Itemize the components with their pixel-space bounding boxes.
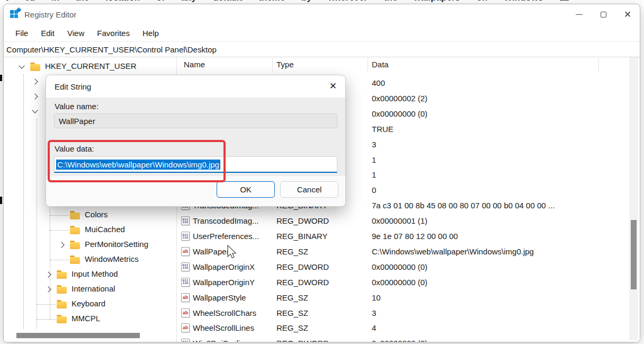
column-separator[interactable] <box>368 58 368 72</box>
folder-icon <box>57 302 67 308</box>
folder-icon <box>70 242 80 249</box>
ok-button[interactable]: OK <box>217 181 275 198</box>
tree-connector <box>37 304 56 305</box>
value-data-cell: 4 <box>372 320 376 336</box>
value-data-cell: C:\Windows\web\wallpaper\Windows\img0.jp… <box>372 244 534 259</box>
folder-icon <box>57 272 67 279</box>
address-bar[interactable]: Computer\HKEY_CURRENT_USER\Control Panel… <box>4 41 640 57</box>
close-button[interactable]: ✕ <box>615 4 640 24</box>
value-data-cell: 0x00000002 (2) <box>372 91 427 106</box>
menu-file[interactable]: File <box>9 27 34 40</box>
value-name-cell: Win8DpiScaling <box>193 336 249 342</box>
registry-editor-window: Registry Editor ✕ File Edit View Favorit… <box>3 4 640 342</box>
menu-edit[interactable]: Edit <box>34 27 61 40</box>
reg-binary-icon: 011110 <box>181 232 190 241</box>
value-row-win8dpiscaling[interactable]: 011110Win8DpiScalingREG_DWORD0x00000000 … <box>177 336 629 342</box>
dialog-title-bar[interactable]: Edit String ✕ <box>46 75 345 98</box>
reg-binary-icon: 011110 <box>181 216 190 225</box>
tree-item-permonitorsetting[interactable]: PerMonitorSetting <box>4 237 176 252</box>
value-data-input[interactable]: C:\Windows\web\wallpaper\Windows\img0.jp… <box>54 156 337 173</box>
value-name-cell: WallpaperStyle <box>193 290 246 305</box>
chevron-right-icon[interactable] <box>32 93 38 99</box>
tree-item-international[interactable]: International <box>4 282 176 297</box>
reg-sz-icon <box>181 293 190 302</box>
tree-item-label: MuiCached <box>85 225 125 234</box>
value-row-wheelscrolllines[interactable]: WheelScrollLinesREG_SZ4 <box>177 320 629 336</box>
value-name-text: WallPaper <box>59 117 95 126</box>
reg-sz-icon <box>181 308 190 317</box>
value-row-wallpaperoriginx[interactable]: 011110WallpaperOriginXREG_DWORD0x0000000… <box>177 259 629 275</box>
folder-icon <box>70 257 80 264</box>
tree-horizontal-scrollbar[interactable] <box>4 329 176 342</box>
value-row-wallpaper[interactable]: WallPaperREG_SZC:\Windows\web\wallpaper\… <box>177 244 629 259</box>
reg-sz-icon <box>181 247 190 256</box>
value-data-cell: 10 <box>372 290 381 305</box>
column-separator[interactable] <box>598 58 599 72</box>
minimize-button[interactable] <box>567 4 591 24</box>
tree-item-label: Colors <box>85 210 108 219</box>
chevron-right-icon[interactable] <box>45 286 51 292</box>
title-bar[interactable]: Registry Editor ✕ <box>4 4 640 24</box>
value-row-wheelscrollchars[interactable]: WheelScrollCharsREG_SZ3 <box>177 305 629 321</box>
tree-item-hkey_current_user[interactable]: HKEY_CURRENT_USER <box>4 59 176 74</box>
list-header: Name Type Data <box>177 57 629 73</box>
tree-item-label: WindowMetrics <box>85 254 139 263</box>
value-name-cell: WallpaperOriginX <box>193 259 255 275</box>
value-row-userpreferences-[interactable]: 011110UserPreferences...REG_BINARY9e 1e … <box>177 228 629 244</box>
tree-connector <box>50 230 69 231</box>
dialog-close-icon[interactable]: ✕ <box>329 81 337 92</box>
value-row-transcodedimag-[interactable]: 011110TranscodedImag...REG_DWORD0x000000… <box>177 213 629 228</box>
tree-item-muicached[interactable]: MuiCached <box>4 223 176 237</box>
value-row-wallpaperoriginy[interactable]: 011110WallpaperOriginYREG_DWORD0x0000000… <box>177 275 629 290</box>
value-data-cell: 400 <box>372 75 385 91</box>
value-type-cell: REG_DWORD <box>276 213 329 228</box>
vertical-scrollbar[interactable] <box>629 57 638 340</box>
mouse-cursor <box>225 245 237 260</box>
cancel-button[interactable]: Cancel <box>280 181 338 198</box>
value-name-field: WallPaper <box>54 113 337 128</box>
column-header-data[interactable]: Data <box>372 60 389 69</box>
value-data-label: Value data: <box>55 144 94 153</box>
chevron-right-icon[interactable] <box>32 78 38 84</box>
folder-icon <box>57 287 67 294</box>
tree-item-label: International <box>71 284 115 293</box>
tree-horizontal-scrollbar-thumb[interactable] <box>16 333 140 338</box>
chevron-down-icon[interactable] <box>32 107 38 113</box>
value-data-cell: 1 <box>372 167 376 182</box>
tree-connector <box>50 215 69 216</box>
menu-help[interactable]: Help <box>136 27 165 40</box>
chevron-right-icon[interactable] <box>45 271 51 277</box>
background-window-edge <box>0 75 2 81</box>
column-header-name[interactable]: Name <box>184 60 205 69</box>
value-type-cell: REG_DWORD <box>276 336 329 342</box>
registry-editor-icon <box>10 10 19 19</box>
column-header-type[interactable]: Type <box>276 60 294 69</box>
tree-item-mmcpl[interactable]: MMCPL <box>4 312 176 327</box>
value-data-cell: 0x00000000 (0) <box>372 259 427 275</box>
value-type-cell: REG_SZ <box>276 244 308 259</box>
tree-item-label: PerMonitorSetting <box>85 240 148 249</box>
tree-connector <box>50 260 69 260</box>
value-name-cell: TranscodedImag... <box>193 213 259 228</box>
background-text-fragment: t ed in the location of any default them… <box>5 0 641 3</box>
tree-item-input-method[interactable]: Input Method <box>4 267 176 282</box>
reg-binary-icon: 011110 <box>181 262 190 271</box>
folder-icon <box>70 227 80 234</box>
tree-item-keyboard[interactable]: Keyboard <box>4 297 176 312</box>
menu-favorites[interactable]: Favorites <box>91 27 136 40</box>
window-title: Registry Editor <box>24 10 76 19</box>
maximize-button[interactable] <box>591 4 615 24</box>
value-type-cell: REG_SZ <box>276 320 308 336</box>
chevron-down-icon[interactable] <box>19 63 24 68</box>
tree-item-windowmetrics[interactable]: WindowMetrics <box>4 252 176 267</box>
vertical-scrollbar-thumb[interactable] <box>631 220 637 289</box>
value-data-cell: 1 <box>372 152 376 167</box>
chevron-right-icon[interactable] <box>58 242 64 248</box>
value-row-wallpaperstyle[interactable]: WallpaperStyleREG_SZ10 <box>177 290 629 305</box>
tree-item-colors[interactable]: Colors <box>4 208 176 223</box>
column-separator[interactable] <box>272 58 273 72</box>
menu-view[interactable]: View <box>61 27 91 40</box>
reg-binary-icon: 011110 <box>181 339 190 342</box>
value-name-cell: WheelScrollLines <box>193 320 254 336</box>
tree-item-label: Input Method <box>71 269 118 278</box>
